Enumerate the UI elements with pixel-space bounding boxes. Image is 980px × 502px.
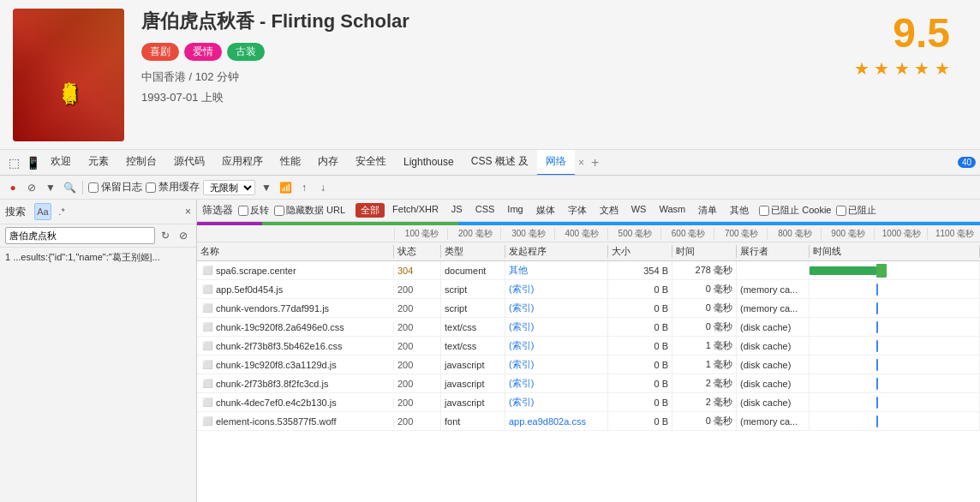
filter-type-img[interactable]: Img (502, 203, 528, 218)
row-timeline-5 (810, 356, 980, 374)
search-input[interactable] (5, 227, 155, 244)
disable-cache-input[interactable] (146, 182, 156, 193)
col-header-size[interactable]: 大小 (608, 245, 672, 258)
col-header-waterfall[interactable]: 展行者 (737, 245, 810, 258)
inspect-icon[interactable]: ⬚ (4, 153, 23, 172)
throttle-dropdown-icon[interactable]: ▼ (259, 180, 274, 195)
movie-score: 9.5 (893, 13, 950, 54)
ruler-mark-1100: 1100 毫秒 (927, 228, 980, 240)
filter-type-wasm[interactable]: Wasm (654, 203, 690, 218)
filter-toggle-button[interactable]: ▼ (43, 180, 58, 195)
filter-type-css[interactable]: CSS (470, 203, 500, 218)
filter-hide-data-url-checkbox[interactable]: 隐藏数据 URL (274, 204, 345, 217)
filter-blocked-cookie-checkbox[interactable]: 已阻止 Cookie (759, 204, 831, 217)
row-type-5: javascript (441, 356, 505, 374)
search-refresh-icon[interactable]: ↻ (158, 228, 173, 243)
row-initiator-6: (索引) (505, 374, 608, 392)
ruler-mark-100: 100 毫秒 (394, 228, 447, 240)
search-button[interactable]: 🔍 (62, 180, 77, 195)
filter-type-ws[interactable]: WS (626, 203, 652, 218)
throttle-select[interactable]: 无限制 (203, 180, 255, 195)
tab-performance[interactable]: 性能 (272, 150, 309, 176)
tab-add-icon[interactable]: + (588, 155, 602, 170)
col-header-type[interactable]: 类型 (441, 245, 505, 258)
filter-blocked-cookie-input[interactable] (759, 206, 769, 216)
filter-hide-data-url-input[interactable] (274, 206, 284, 216)
ruler-mark-900: 900 毫秒 (821, 228, 874, 240)
row-name-5: ⬜ chunk-19c920f8.c3a1129d.js (197, 360, 394, 370)
preserve-log-checkbox[interactable]: 保留日志 (88, 180, 142, 194)
filter-type-manifest[interactable]: 清单 (693, 203, 722, 218)
tab-css-overview[interactable]: CSS 概述 及 (463, 150, 537, 176)
devtools-panel: ⬚ 📱 欢迎 元素 控制台 源代码 应用程序 性能 内存 安全性 Lightho… (0, 150, 980, 502)
filter-type-doc[interactable]: 文档 (595, 203, 624, 218)
movie-tags[interactable]: 喜剧 爱情 古装 (141, 43, 854, 61)
tag-romance[interactable]: 爱情 (184, 43, 222, 61)
row-size-3: 0 B (608, 318, 672, 336)
tab-close-icon[interactable]: × (575, 157, 588, 169)
row-type-6: javascript (441, 374, 505, 392)
col-header-status[interactable]: 状态 (394, 245, 441, 258)
upload-icon[interactable]: ↑ (296, 180, 312, 195)
search-header: 搜索 Aa .* × (0, 200, 196, 224)
tab-welcome[interactable]: 欢迎 (42, 150, 80, 176)
table-row[interactable]: ⬜ chunk-19c920f8.2a6496e0.css 200 text/c… (197, 318, 980, 337)
download-icon[interactable]: ↓ (315, 180, 331, 195)
row-status-8: 200 (394, 412, 441, 430)
wifi-icon[interactable]: 📶 (278, 180, 293, 195)
col-header-timeline[interactable]: 时间线 (810, 245, 980, 258)
ruler-mark-300: 300 毫秒 (500, 228, 553, 240)
table-row[interactable]: ⬜ chunk-2f73b8f3.8f2fc3cd.js 200 javascr… (197, 374, 980, 393)
filter-type-font[interactable]: 字体 (563, 203, 592, 218)
table-row[interactable]: ⬜ element-icons.535877f5.woff 200 font a… (197, 412, 980, 431)
clear-button[interactable]: ⊘ (24, 180, 39, 195)
col-header-initiator[interactable]: 发起程序 (505, 245, 608, 258)
col-header-time[interactable]: 时间 (672, 245, 737, 258)
tab-lighthouse[interactable]: Lighthouse (395, 150, 463, 176)
tab-application[interactable]: 应用程序 (213, 150, 272, 176)
tab-memory[interactable]: 内存 (309, 150, 347, 176)
tab-sources[interactable]: 源代码 (165, 150, 213, 176)
row-size-8: 0 B (608, 412, 672, 430)
filter-reverse-checkbox[interactable]: 反转 (238, 204, 269, 217)
case-sensitive-btn[interactable]: Aa (34, 203, 51, 220)
tab-network[interactable]: 网络 (537, 150, 575, 176)
device-icon[interactable]: 📱 (23, 153, 42, 172)
search-close-btn[interactable]: × (185, 206, 191, 218)
tag-ancient[interactable]: 古装 (227, 43, 265, 61)
table-row[interactable]: ⬜ chunk-19c920f8.c3a1129d.js 200 javascr… (197, 356, 980, 374)
row-type-4: text/css (441, 337, 505, 355)
tag-comedy[interactable]: 喜剧 (141, 43, 179, 61)
regex-btn[interactable]: .* (53, 203, 70, 220)
search-result: 1 ...esults:{"id":1,"name":"葛王别姬|... (0, 248, 196, 267)
row-name-0: ⬜ spa6.scrape.center (197, 266, 394, 276)
movie-info-area: 唐伯虎点秋香 唐伯虎点秋香 - Flirting Scholar 喜剧 爱情 古… (0, 0, 980, 150)
tab-elements[interactable]: 元素 (80, 150, 117, 176)
filter-blocked-requests-input[interactable] (836, 206, 846, 216)
row-timeline-4 (810, 337, 980, 355)
net-table-header: 名称 状态 类型 发起程序 大小 时间 展行者 时间线 (197, 242, 980, 261)
table-row[interactable]: ⬜ spa6.scrape.center 304 document 其他 354… (197, 261, 980, 280)
tab-security[interactable]: 安全性 (347, 150, 395, 176)
preserve-log-input[interactable] (88, 182, 99, 193)
table-row[interactable]: ⬜ chunk-vendors.77daf991.js 200 script (… (197, 299, 980, 318)
tab-console[interactable]: 控制台 (117, 150, 165, 176)
filter-type-all[interactable]: 全部 (356, 203, 385, 218)
row-time-6: 2 毫秒 (672, 374, 737, 392)
filter-type-js[interactable]: JS (446, 203, 468, 218)
col-header-name[interactable]: 名称 (197, 245, 394, 258)
table-row[interactable]: ⬜ chunk-4dec7ef0.e4c2b130.js 200 javascr… (197, 393, 980, 412)
filter-blocked-requests-checkbox[interactable]: 已阻止 (836, 204, 876, 217)
file-icon-script: ⬜ (202, 379, 212, 388)
row-status-3: 200 (394, 318, 441, 336)
disable-cache-checkbox[interactable]: 禁用缓存 (146, 180, 200, 194)
table-row[interactable]: ⬜ app.5ef0d454.js 200 script (索引) 0 B 0 … (197, 280, 980, 299)
filter-type-fetch-xhr[interactable]: Fetch/XHR (387, 203, 444, 218)
filter-type-media[interactable]: 媒体 (531, 203, 560, 218)
search-clear-icon[interactable]: ⊘ (176, 228, 191, 243)
record-button[interactable]: ● (5, 180, 21, 195)
filter-reverse-input[interactable] (238, 206, 248, 216)
filter-type-other[interactable]: 其他 (725, 203, 754, 218)
table-row[interactable]: ⬜ chunk-2f73b8f3.5b462e16.css 200 text/c… (197, 337, 980, 356)
row-time-1: 0 毫秒 (672, 280, 737, 298)
